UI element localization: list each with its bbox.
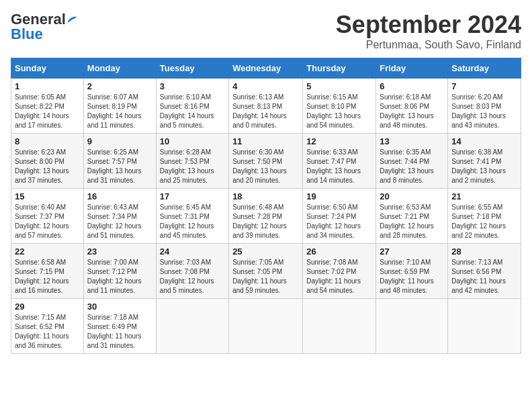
logo-bird-icon bbox=[67, 15, 77, 24]
calendar-week-row: 1Sunrise: 6:05 AM Sunset: 8:22 PM Daylig… bbox=[11, 79, 521, 134]
day-info: Sunrise: 7:00 AM Sunset: 7:12 PM Dayligh… bbox=[87, 258, 152, 295]
calendar-day-cell: 25Sunrise: 7:05 AM Sunset: 7:05 PM Dayli… bbox=[229, 244, 303, 299]
day-number: 3 bbox=[160, 81, 225, 91]
day-info: Sunrise: 7:05 AM Sunset: 7:05 PM Dayligh… bbox=[232, 258, 299, 295]
calendar-day-cell: 21Sunrise: 6:55 AM Sunset: 7:18 PM Dayli… bbox=[448, 189, 521, 244]
calendar-day-cell: 7Sunrise: 6:20 AM Sunset: 8:03 PM Daylig… bbox=[448, 79, 521, 134]
day-info: Sunrise: 7:15 AM Sunset: 6:52 PM Dayligh… bbox=[15, 313, 80, 351]
day-info: Sunrise: 6:20 AM Sunset: 8:03 PM Dayligh… bbox=[451, 93, 517, 130]
weekday-header-cell: Sunday bbox=[11, 58, 84, 79]
day-info: Sunrise: 6:15 AM Sunset: 8:10 PM Dayligh… bbox=[306, 93, 372, 130]
day-info: Sunrise: 6:45 AM Sunset: 7:31 PM Dayligh… bbox=[160, 203, 225, 240]
weekday-header-cell: Tuesday bbox=[156, 58, 228, 79]
day-number: 11 bbox=[232, 136, 299, 146]
calendar-day-cell: 28Sunrise: 7:13 AM Sunset: 6:56 PM Dayli… bbox=[448, 244, 521, 299]
day-info: Sunrise: 6:13 AM Sunset: 8:13 PM Dayligh… bbox=[232, 93, 299, 130]
day-number: 24 bbox=[160, 246, 225, 257]
calendar-day-cell: 5Sunrise: 6:15 AM Sunset: 8:10 PM Daylig… bbox=[303, 79, 376, 134]
calendar-week-row: 22Sunrise: 6:58 AM Sunset: 7:15 PM Dayli… bbox=[11, 244, 521, 299]
day-number: 9 bbox=[87, 136, 152, 146]
day-number: 28 bbox=[451, 246, 517, 257]
calendar-day-cell: 8Sunrise: 6:23 AM Sunset: 8:00 PM Daylig… bbox=[11, 134, 84, 189]
day-info: Sunrise: 6:30 AM Sunset: 7:50 PM Dayligh… bbox=[232, 148, 299, 185]
calendar-day-cell: 11Sunrise: 6:30 AM Sunset: 7:50 PM Dayli… bbox=[229, 134, 303, 189]
calendar-day-cell: 18Sunrise: 6:48 AM Sunset: 7:28 PM Dayli… bbox=[229, 189, 303, 244]
calendar-day-cell: 27Sunrise: 7:10 AM Sunset: 6:59 PM Dayli… bbox=[376, 244, 448, 299]
day-number: 25 bbox=[232, 246, 299, 257]
title-block: September 2024 Pertunmaa, South Savo, Fi… bbox=[336, 11, 521, 51]
day-number: 6 bbox=[380, 81, 444, 91]
calendar-day-cell: 19Sunrise: 6:50 AM Sunset: 7:24 PM Dayli… bbox=[303, 189, 376, 244]
day-info: Sunrise: 6:18 AM Sunset: 8:06 PM Dayligh… bbox=[380, 93, 444, 130]
calendar-body: 1Sunrise: 6:05 AM Sunset: 8:22 PM Daylig… bbox=[11, 79, 521, 354]
day-number: 21 bbox=[451, 191, 517, 201]
weekday-header-cell: Monday bbox=[83, 58, 156, 79]
day-info: Sunrise: 7:08 AM Sunset: 7:02 PM Dayligh… bbox=[306, 258, 372, 295]
calendar-day-cell bbox=[376, 299, 448, 354]
weekday-header-cell: Wednesday bbox=[229, 58, 303, 79]
day-number: 18 bbox=[232, 191, 299, 201]
calendar-day-cell: 23Sunrise: 7:00 AM Sunset: 7:12 PM Dayli… bbox=[83, 244, 156, 299]
logo: General Blue bbox=[11, 11, 77, 43]
day-number: 27 bbox=[380, 246, 444, 257]
day-info: Sunrise: 7:18 AM Sunset: 6:49 PM Dayligh… bbox=[87, 313, 152, 351]
calendar-day-cell bbox=[303, 299, 376, 354]
calendar-day-cell: 16Sunrise: 6:43 AM Sunset: 7:34 PM Dayli… bbox=[83, 189, 156, 244]
page-header: General Blue September 2024 Pertunmaa, S… bbox=[11, 11, 521, 51]
calendar-day-cell: 10Sunrise: 6:28 AM Sunset: 7:53 PM Dayli… bbox=[156, 134, 228, 189]
day-info: Sunrise: 6:58 AM Sunset: 7:15 PM Dayligh… bbox=[15, 258, 80, 295]
day-info: Sunrise: 6:07 AM Sunset: 8:19 PM Dayligh… bbox=[87, 93, 152, 130]
calendar-day-cell: 13Sunrise: 6:35 AM Sunset: 7:44 PM Dayli… bbox=[376, 134, 448, 189]
calendar-table: SundayMondayTuesdayWednesdayThursdayFrid… bbox=[11, 58, 521, 354]
day-number: 15 bbox=[15, 191, 80, 201]
weekday-header-cell: Friday bbox=[376, 58, 448, 79]
day-number: 13 bbox=[380, 136, 444, 146]
day-number: 14 bbox=[451, 136, 517, 146]
weekday-header-cell: Saturday bbox=[448, 58, 521, 79]
calendar-day-cell: 4Sunrise: 6:13 AM Sunset: 8:13 PM Daylig… bbox=[229, 79, 303, 134]
day-info: Sunrise: 6:05 AM Sunset: 8:22 PM Dayligh… bbox=[15, 93, 80, 130]
day-number: 5 bbox=[306, 81, 372, 91]
day-number: 8 bbox=[15, 136, 80, 146]
calendar-day-cell: 22Sunrise: 6:58 AM Sunset: 7:15 PM Dayli… bbox=[11, 244, 84, 299]
day-info: Sunrise: 7:03 AM Sunset: 7:08 PM Dayligh… bbox=[160, 258, 225, 295]
weekday-header-row: SundayMondayTuesdayWednesdayThursdayFrid… bbox=[11, 58, 521, 79]
calendar-day-cell: 20Sunrise: 6:53 AM Sunset: 7:21 PM Dayli… bbox=[376, 189, 448, 244]
calendar-day-cell: 9Sunrise: 6:25 AM Sunset: 7:57 PM Daylig… bbox=[83, 134, 156, 189]
day-number: 10 bbox=[160, 136, 225, 146]
calendar-day-cell: 1Sunrise: 6:05 AM Sunset: 8:22 PM Daylig… bbox=[11, 79, 84, 134]
logo-blue-text: Blue bbox=[11, 26, 43, 43]
calendar-week-row: 8Sunrise: 6:23 AM Sunset: 8:00 PM Daylig… bbox=[11, 134, 521, 189]
day-info: Sunrise: 6:23 AM Sunset: 8:00 PM Dayligh… bbox=[15, 148, 80, 185]
day-number: 7 bbox=[451, 81, 517, 91]
day-info: Sunrise: 6:50 AM Sunset: 7:24 PM Dayligh… bbox=[306, 203, 372, 240]
day-info: Sunrise: 6:43 AM Sunset: 7:34 PM Dayligh… bbox=[87, 203, 152, 240]
day-number: 30 bbox=[87, 302, 152, 312]
day-number: 2 bbox=[87, 81, 152, 91]
day-number: 19 bbox=[306, 191, 372, 201]
calendar-day-cell: 26Sunrise: 7:08 AM Sunset: 7:02 PM Dayli… bbox=[303, 244, 376, 299]
location-text: Pertunmaa, South Savo, Finland bbox=[336, 39, 521, 51]
day-number: 17 bbox=[160, 191, 225, 201]
day-number: 23 bbox=[87, 246, 152, 257]
calendar-day-cell: 29Sunrise: 7:15 AM Sunset: 6:52 PM Dayli… bbox=[11, 299, 84, 354]
day-info: Sunrise: 6:38 AM Sunset: 7:41 PM Dayligh… bbox=[451, 148, 517, 185]
day-info: Sunrise: 6:53 AM Sunset: 7:21 PM Dayligh… bbox=[380, 203, 444, 240]
calendar-day-cell: 14Sunrise: 6:38 AM Sunset: 7:41 PM Dayli… bbox=[448, 134, 521, 189]
calendar-day-cell: 17Sunrise: 6:45 AM Sunset: 7:31 PM Dayli… bbox=[156, 189, 228, 244]
day-info: Sunrise: 6:33 AM Sunset: 7:47 PM Dayligh… bbox=[306, 148, 372, 185]
calendar-week-row: 29Sunrise: 7:15 AM Sunset: 6:52 PM Dayli… bbox=[11, 299, 521, 354]
day-info: Sunrise: 6:28 AM Sunset: 7:53 PM Dayligh… bbox=[160, 148, 225, 185]
calendar-day-cell: 12Sunrise: 6:33 AM Sunset: 7:47 PM Dayli… bbox=[303, 134, 376, 189]
day-number: 29 bbox=[15, 302, 80, 312]
month-title: September 2024 bbox=[336, 11, 521, 39]
day-info: Sunrise: 6:40 AM Sunset: 7:37 PM Dayligh… bbox=[15, 203, 80, 240]
weekday-header-cell: Thursday bbox=[303, 58, 376, 79]
day-info: Sunrise: 6:55 AM Sunset: 7:18 PM Dayligh… bbox=[451, 203, 517, 240]
calendar-day-cell bbox=[156, 299, 228, 354]
day-info: Sunrise: 7:10 AM Sunset: 6:59 PM Dayligh… bbox=[380, 258, 444, 295]
day-number: 26 bbox=[306, 246, 372, 257]
calendar-day-cell bbox=[448, 299, 521, 354]
day-number: 4 bbox=[232, 81, 299, 91]
calendar-day-cell: 2Sunrise: 6:07 AM Sunset: 8:19 PM Daylig… bbox=[83, 79, 156, 134]
